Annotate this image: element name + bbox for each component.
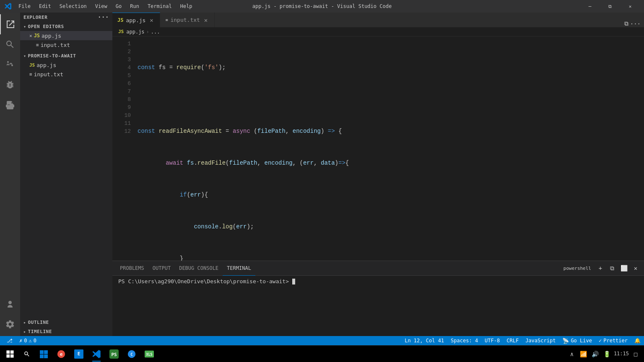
code-line-7: } bbox=[138, 255, 644, 261]
activity-extensions[interactable] bbox=[0, 95, 20, 115]
txt-file-icon2: ≡ bbox=[29, 72, 32, 77]
menu-terminal[interactable]: Terminal bbox=[144, 3, 175, 10]
terminal-content[interactable]: PS C:\Users\ag290\OneDrive\Desktop\promi… bbox=[112, 276, 644, 336]
terminal-prompt: PS C:\Users\ag290\OneDrive\Desktop\promi… bbox=[118, 278, 292, 284]
prettier-icon: ✓ bbox=[599, 338, 602, 344]
menu-go[interactable]: Go bbox=[112, 3, 125, 10]
tab-appjs-close[interactable]: ✕ bbox=[148, 17, 155, 23]
tab-debug-console[interactable]: DEBUG CONSOLE bbox=[175, 261, 223, 276]
terminal-add-button[interactable]: + bbox=[595, 263, 605, 273]
menu-edit[interactable]: Edit bbox=[36, 3, 55, 10]
tab-js-icon: JS bbox=[117, 17, 123, 23]
windows-start-button[interactable] bbox=[0, 346, 20, 362]
breadcrumb-sep: › bbox=[146, 29, 149, 35]
restore-button[interactable]: ⧉ bbox=[600, 0, 620, 13]
menu-file[interactable]: File bbox=[15, 3, 34, 10]
taskbar-volume-icon[interactable]: 🔊 bbox=[590, 349, 600, 359]
status-errors[interactable]: ✗ 0 ⚠ 0 bbox=[16, 336, 40, 345]
breadcrumb: JS app.js › ... bbox=[112, 27, 644, 36]
svg-rect-3 bbox=[10, 354, 14, 357]
warning-icon: ⚠ bbox=[29, 338, 31, 344]
terminal-close-button[interactable]: ✕ bbox=[631, 263, 641, 273]
status-eol[interactable]: CRLF bbox=[503, 336, 522, 345]
breadcrumb-js-icon: JS bbox=[118, 29, 124, 34]
taskbar-app-1[interactable] bbox=[35, 346, 52, 362]
status-position[interactable]: Ln 12, Col 41 bbox=[401, 336, 447, 345]
status-golive[interactable]: 📡 Go Live bbox=[559, 336, 595, 345]
activity-settings[interactable] bbox=[0, 314, 20, 334]
minimize-button[interactable]: ─ bbox=[580, 0, 600, 13]
tab-inputtxt[interactable]: ≡ input.txt ✕ bbox=[160, 13, 214, 27]
txt-file-icon: ≡ bbox=[36, 42, 39, 48]
title-bar: File Edit Selection View Go Run Terminal… bbox=[0, 0, 644, 13]
menu-view[interactable]: View bbox=[92, 3, 111, 10]
explorer-more-button[interactable]: ··· bbox=[98, 14, 109, 21]
close-button[interactable]: ✕ bbox=[621, 0, 640, 13]
timeline-section[interactable]: ▸ TIMELINE bbox=[20, 327, 112, 336]
code-editor[interactable]: 1 2 3 4 5 6 7 8 9 10 11 12 const fs = re… bbox=[112, 36, 644, 261]
code-line-2 bbox=[138, 96, 644, 103]
status-encoding[interactable]: UTF-8 bbox=[481, 336, 503, 345]
split-editor-button[interactable]: ⧉ bbox=[624, 20, 628, 27]
open-editors-section[interactable]: ▾ OPEN EDITORS bbox=[20, 22, 112, 31]
title-bar-menu: File Edit Selection View Go Run Terminal… bbox=[15, 3, 196, 10]
tab-terminal[interactable]: TERMINAL bbox=[223, 261, 255, 276]
taskbar-battery-icon[interactable]: 🔋 bbox=[602, 349, 612, 359]
project-appjs[interactable]: JS app.js bbox=[20, 60, 112, 70]
status-bar-left: ⎇ ✗ 0 ⚠ 0 bbox=[0, 336, 40, 345]
taskbar-time[interactable]: 11:15 bbox=[614, 350, 629, 357]
project-section[interactable]: ▾ PROMISE-TO-AWAIT bbox=[20, 51, 112, 60]
taskbar-notification-button[interactable]: □ bbox=[631, 349, 641, 359]
status-notifications[interactable]: 🔔 bbox=[631, 336, 644, 345]
project-inputtxt[interactable]: ≡ input.txt bbox=[20, 70, 112, 79]
terminal-controls: powershell + ⧉ ⬜ ✕ bbox=[564, 263, 641, 273]
taskbar-app-2[interactable]: e bbox=[53, 346, 70, 362]
taskbar-app-4[interactable]: PS bbox=[106, 346, 122, 362]
activity-account[interactable] bbox=[0, 294, 20, 314]
close-file-icon[interactable]: ✕ bbox=[29, 33, 32, 39]
open-editor-inputtxt[interactable]: ≡ input.txt bbox=[20, 40, 112, 49]
code-content[interactable]: const fs = require('fs'); const readFile… bbox=[134, 36, 644, 261]
terminal-shell-label: powershell bbox=[564, 266, 591, 271]
taskbar-app-6[interactable]: XLS bbox=[141, 346, 158, 362]
tab-output[interactable]: OUTPUT bbox=[148, 261, 175, 276]
activity-search[interactable] bbox=[0, 34, 20, 54]
terminal-tabs: PROBLEMS OUTPUT DEBUG CONSOLE TERMINAL p… bbox=[112, 261, 644, 276]
language-text: JavaScript bbox=[525, 338, 556, 344]
eol-text: CRLF bbox=[506, 338, 519, 344]
open-editor-appjs[interactable]: ✕ JS app.js bbox=[20, 31, 112, 40]
more-actions-button[interactable]: ··· bbox=[630, 21, 641, 27]
warning-count: 0 bbox=[34, 338, 36, 344]
tab-inputtxt-close[interactable]: ✕ bbox=[203, 17, 209, 23]
taskbar-vscode[interactable] bbox=[88, 346, 105, 362]
taskbar-up-arrow[interactable]: ∧ bbox=[567, 349, 577, 359]
activity-source-control[interactable] bbox=[0, 54, 20, 75]
status-language[interactable]: JavaScript bbox=[522, 336, 559, 345]
code-line-4: await fs.readFile(filePath, encoding, (e… bbox=[138, 159, 644, 167]
taskbar-network-icon[interactable]: 📶 bbox=[579, 349, 589, 359]
tab-appjs[interactable]: JS app.js ✕ bbox=[112, 13, 160, 27]
activity-explorer[interactable] bbox=[0, 14, 20, 34]
outline-section[interactable]: ▸ OUTLINE bbox=[20, 318, 112, 327]
menu-selection[interactable]: Selection bbox=[56, 3, 90, 10]
status-git-branch[interactable]: ⎇ bbox=[3, 336, 16, 345]
taskbar-search-button[interactable] bbox=[20, 347, 34, 361]
sidebar: EXPLORER ··· ▾ OPEN EDITORS ✕ JS app.js … bbox=[20, 13, 112, 336]
taskbar-right: ∧ 📶 🔊 🔋 11:15 □ bbox=[567, 349, 644, 359]
spaces-text: Spaces: 4 bbox=[451, 338, 478, 344]
terminal-split-button[interactable]: ⧉ bbox=[607, 263, 617, 273]
svg-rect-5 bbox=[44, 350, 48, 354]
vscode-logo-icon bbox=[4, 3, 12, 10]
editor-area: JS app.js ✕ ≡ input.txt ✕ ⧉ ··· JS app.j… bbox=[112, 13, 644, 336]
taskbar-app-5[interactable]: C bbox=[123, 346, 140, 362]
activity-debug[interactable] bbox=[0, 75, 20, 95]
terminal-maximize-button[interactable]: ⬜ bbox=[619, 263, 629, 273]
status-spaces[interactable]: Spaces: 4 bbox=[447, 336, 481, 345]
menu-help[interactable]: Help bbox=[177, 3, 196, 10]
tab-problems[interactable]: PROBLEMS bbox=[116, 261, 148, 276]
code-line-3: const readFileAsyncAwait = async (filePa… bbox=[138, 127, 644, 135]
status-prettier[interactable]: ✓ Prettier bbox=[595, 336, 631, 345]
taskbar-app-3[interactable]: E bbox=[70, 346, 87, 362]
menu-run[interactable]: Run bbox=[127, 3, 143, 10]
breadcrumb-file[interactable]: app.js bbox=[126, 29, 144, 35]
